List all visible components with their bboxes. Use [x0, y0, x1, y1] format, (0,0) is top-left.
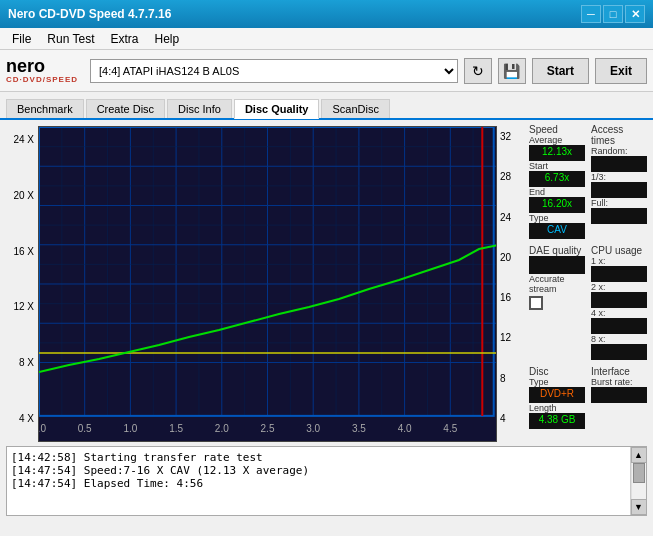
end-value: 16.20x: [529, 197, 585, 213]
svg-text:1.0: 1.0: [123, 423, 137, 434]
nero-logo: nero CD·DVD/SPEED: [6, 57, 78, 84]
log-output: [14:42:58] Starting transfer rate test […: [7, 447, 630, 515]
dae-value: [529, 256, 585, 274]
menu-bar: File Run Test Extra Help: [0, 28, 653, 50]
disc-label: Disc: [529, 366, 585, 377]
access-times-section: Access times Random: 1/3: Full:: [591, 124, 647, 239]
1x-label: 1 x:: [591, 256, 647, 266]
avg-label: Average: [529, 135, 585, 145]
scroll-track: [632, 463, 646, 499]
speed-access-row: Speed Average 12.13x Start 6.73x End 16.…: [529, 124, 647, 239]
menu-run-test[interactable]: Run Test: [39, 30, 102, 48]
tab-disc-info[interactable]: Disc Info: [167, 99, 232, 118]
random-label: Random:: [591, 146, 647, 156]
disc-section: Disc Type DVD+R Length 4.38 GB: [529, 366, 585, 429]
close-button[interactable]: ✕: [625, 5, 645, 23]
1x-value: [591, 266, 647, 282]
full-label: Full:: [591, 198, 647, 208]
menu-help[interactable]: Help: [147, 30, 188, 48]
speed-label: Speed: [529, 124, 585, 135]
cpu-section: CPU usage 1 x: 2 x: 4 x: 8 x:: [591, 245, 647, 360]
start-label: Start: [529, 161, 585, 171]
log-scrollbar: ▲ ▼: [630, 447, 646, 515]
y-right-4: 4: [500, 413, 506, 424]
log-area: [14:42:58] Starting transfer rate test […: [6, 446, 647, 516]
burst-rate-label: Burst rate:: [591, 377, 647, 387]
dae-label: DAE quality: [529, 245, 585, 256]
avg-value: 12.13x: [529, 145, 585, 161]
8x-label: 8 x:: [591, 334, 647, 344]
disc-interface-row: Disc Type DVD+R Length 4.38 GB Interface…: [529, 366, 647, 429]
svg-text:1.5: 1.5: [169, 423, 183, 434]
scroll-up-button[interactable]: ▲: [631, 447, 647, 463]
save-button[interactable]: 💾: [498, 58, 526, 84]
burst-rate-value: [591, 387, 647, 403]
log-line-1: [14:42:58] Starting transfer rate test: [11, 451, 626, 464]
maximize-button[interactable]: □: [603, 5, 623, 23]
exit-button[interactable]: Exit: [595, 58, 647, 84]
minimize-button[interactable]: ─: [581, 5, 601, 23]
8x-value: [591, 344, 647, 360]
y-axis-right: 32 28 24 20 16 12 8 4: [497, 126, 521, 442]
disc-type-value: DVD+R: [529, 387, 585, 403]
scroll-thumb[interactable]: [633, 463, 645, 483]
tab-scan-disc[interactable]: ScanDisc: [321, 99, 389, 118]
y-label-8: 8 X: [19, 357, 34, 368]
svg-text:4.0: 4.0: [398, 423, 412, 434]
y-right-16: 16: [500, 292, 511, 303]
menu-extra[interactable]: Extra: [102, 30, 146, 48]
tab-benchmark[interactable]: Benchmark: [6, 99, 84, 118]
access-label: Access times: [591, 124, 647, 146]
dae-cpu-row: DAE quality Accurate stream CPU usage 1 …: [529, 245, 647, 360]
cpu-label: CPU usage: [591, 245, 647, 256]
stats-panel: Speed Average 12.13x Start 6.73x End 16.…: [523, 120, 653, 446]
end-label: End: [529, 187, 585, 197]
y-right-32: 32: [500, 131, 511, 142]
svg-text:3.0: 3.0: [306, 423, 320, 434]
svg-text:3.5: 3.5: [352, 423, 366, 434]
tab-create-disc[interactable]: Create Disc: [86, 99, 165, 118]
tabs-bar: Benchmark Create Disc Disc Info Disc Qua…: [0, 92, 653, 120]
speed-section: Speed Average 12.13x Start 6.73x End 16.…: [529, 124, 585, 239]
svg-text:2.0: 2.0: [215, 423, 229, 434]
y-label-12: 12 X: [13, 301, 34, 312]
type-value: CAV: [529, 223, 585, 239]
interface-label: Interface: [591, 366, 647, 377]
y-label-4: 4 X: [19, 413, 34, 424]
refresh-button[interactable]: ↻: [464, 58, 492, 84]
nero-product: CD·DVD/SPEED: [6, 75, 78, 84]
one-third-value: [591, 182, 647, 198]
type-label: Type: [529, 213, 585, 223]
y-right-20: 20: [500, 252, 511, 263]
svg-text:0.5: 0.5: [78, 423, 92, 434]
svg-text:2.5: 2.5: [261, 423, 275, 434]
chart-svg: 0.0 0.5 1.0 1.5 2.0 2.5 3.0 3.5 4.0 4.5: [38, 126, 497, 442]
scroll-down-button[interactable]: ▼: [631, 499, 647, 515]
one-third-label: 1/3:: [591, 172, 647, 182]
tab-disc-quality[interactable]: Disc Quality: [234, 99, 320, 119]
y-right-24: 24: [500, 212, 511, 223]
log-line-3: [14:47:54] Elapsed Time: 4:56: [11, 477, 626, 490]
title-bar: Nero CD-DVD Speed 4.7.7.16 ─ □ ✕: [0, 0, 653, 28]
disc-length-label: Length: [529, 403, 585, 413]
4x-label: 4 x:: [591, 308, 647, 318]
menu-file[interactable]: File: [4, 30, 39, 48]
y-right-8: 8: [500, 373, 506, 384]
y-label-24: 24 X: [13, 134, 34, 145]
y-right-12: 12: [500, 332, 511, 343]
accurate-stream-label: Accurate stream: [529, 274, 585, 294]
svg-text:4.5: 4.5: [443, 423, 457, 434]
accurate-stream-row: [529, 296, 585, 310]
y-label-16: 16 X: [13, 246, 34, 257]
y-axis-left: 24 X 20 X 16 X 12 X 8 X 4 X: [6, 126, 38, 442]
start-button[interactable]: Start: [532, 58, 589, 84]
app-title: Nero CD-DVD Speed 4.7.7.16: [8, 7, 171, 21]
log-line-2: [14:47:54] Speed:7-16 X CAV (12.13 X ave…: [11, 464, 626, 477]
svg-text:0.0: 0.0: [38, 423, 46, 434]
drive-select[interactable]: [4:4] ATAPI iHAS124 B AL0S: [90, 59, 458, 83]
random-value: [591, 156, 647, 172]
2x-value: [591, 292, 647, 308]
accurate-stream-checkbox[interactable]: [529, 296, 543, 310]
disc-type-label: Type: [529, 377, 585, 387]
toolbar: nero CD·DVD/SPEED [4:4] ATAPI iHAS124 B …: [0, 50, 653, 92]
